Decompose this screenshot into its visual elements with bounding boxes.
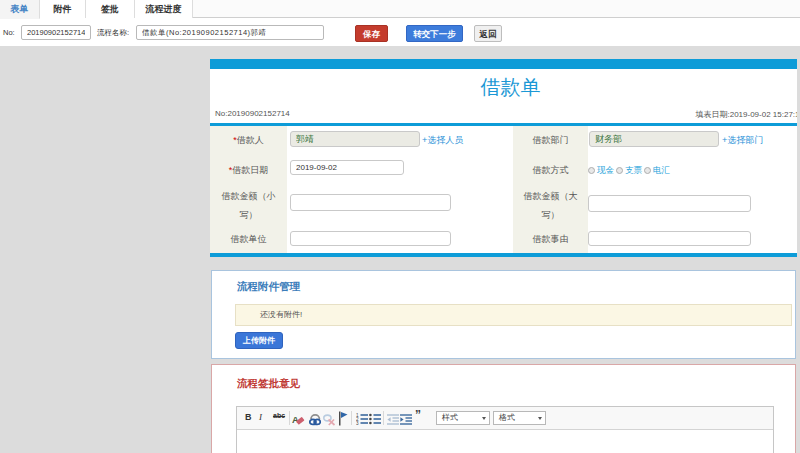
svg-text:3: 3	[356, 421, 359, 425]
